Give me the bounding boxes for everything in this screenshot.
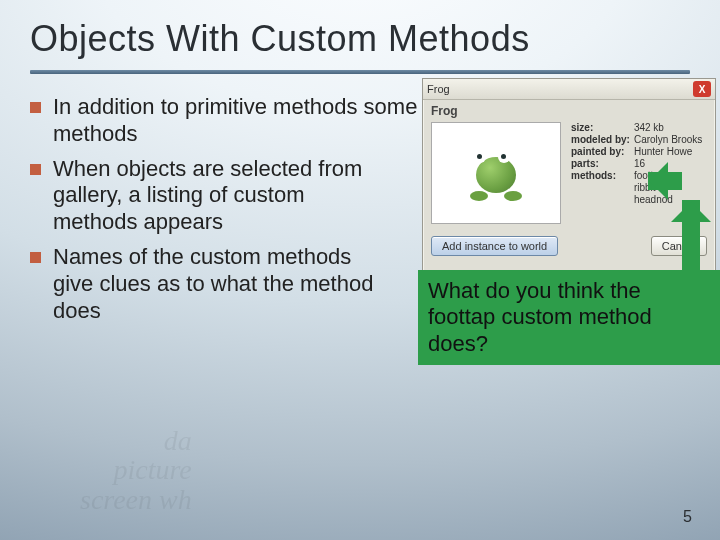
frog-icon <box>468 151 524 201</box>
bullet-icon <box>30 164 41 175</box>
bullet-icon <box>30 252 41 263</box>
bullet-item: Names of the custom methods give clues a… <box>28 244 388 324</box>
callout-box: What do you think the foottap custom met… <box>418 270 720 365</box>
bullet-item: When objects are selected from gallery, … <box>28 156 388 236</box>
bullet-text: When objects are selected from gallery, … <box>53 156 388 236</box>
meta-row: modeled by:Carolyn Brooks <box>571 134 706 146</box>
slide-body: In addition to primitive methods some ob… <box>0 74 720 325</box>
page-number: 5 <box>683 508 692 526</box>
bullet-icon <box>30 102 41 113</box>
slide-title: Objects With Custom Methods <box>30 18 696 60</box>
slide: Objects With Custom Methods In addition … <box>0 0 720 540</box>
close-icon[interactable]: X <box>693 81 711 97</box>
meta-row: size:342 kb <box>571 122 706 134</box>
title-area: Objects With Custom Methods <box>0 0 720 64</box>
window-title: Frog <box>427 83 450 95</box>
callout-arrow-left-icon <box>648 172 682 190</box>
callout-arrow-up-icon <box>682 200 700 270</box>
preview-button-row: Add instance to world Cancel <box>423 230 715 262</box>
window-titlebar: Frog X <box>423 79 715 100</box>
add-instance-button[interactable]: Add instance to world <box>431 236 558 256</box>
object-thumbnail <box>431 122 561 224</box>
object-name: Frog <box>423 100 715 122</box>
meta-row: painted by:Hunter Howe <box>571 146 706 158</box>
bullet-text: Names of the custom methods give clues a… <box>53 244 388 324</box>
watermark-text: da picture screen wh <box>80 426 192 514</box>
bullet-list-cont: When objects are selected from gallery, … <box>28 156 388 325</box>
